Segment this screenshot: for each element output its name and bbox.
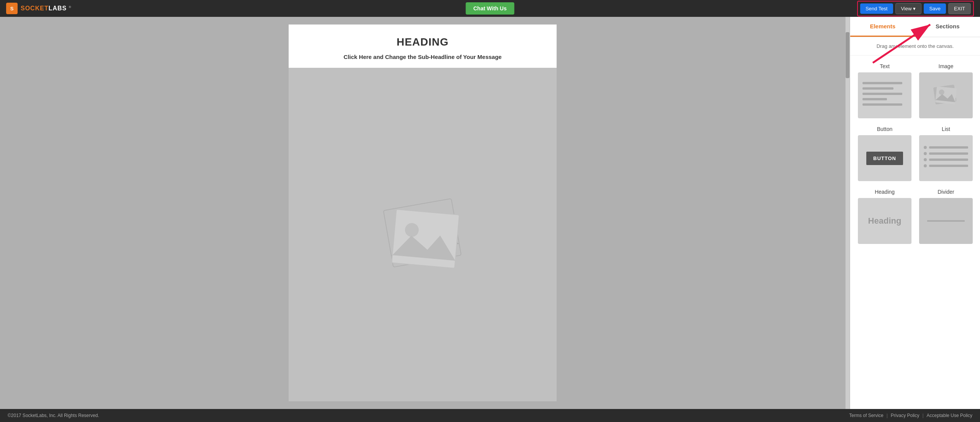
element-preview-list	[919, 135, 973, 181]
sidebar: Elements Sections Drag any element onto …	[850, 17, 980, 409]
element-preview-text	[858, 72, 911, 118]
tab-elements[interactable]: Elements	[850, 17, 915, 37]
canvas-area: HEADING Click Here and Change the Sub-He…	[0, 17, 845, 409]
header-actions: Send Test View ▾ Save EXIT	[857, 1, 974, 16]
element-label-text: Text	[880, 63, 890, 69]
heading-preview-text: Heading	[862, 216, 908, 226]
email-heading[interactable]: HEADING	[304, 36, 541, 48]
email-canvas: HEADING Click Here and Change the Sub-He…	[289, 25, 557, 401]
element-preview-button: BUTTON	[858, 135, 911, 181]
element-preview-divider	[919, 198, 973, 244]
exit-button[interactable]: EXIT	[948, 3, 971, 14]
email-image-section[interactable]	[289, 68, 557, 401]
element-card-heading[interactable]: Heading Heading	[858, 189, 911, 244]
tab-sections[interactable]: Sections	[915, 17, 980, 37]
elements-grid: Text Image	[850, 56, 980, 252]
element-preview-image	[919, 72, 973, 118]
email-white-section: HEADING Click Here and Change the Sub-He…	[289, 25, 557, 68]
element-card-text[interactable]: Text	[858, 63, 911, 118]
button-preview: BUTTON	[866, 152, 903, 165]
element-label-image: Image	[939, 63, 954, 69]
chat-with-us-button[interactable]: Chat With Us	[466, 2, 514, 15]
logo-area: S SocketLabs ®	[6, 3, 72, 14]
footer: ©2017 SocketLabs, Inc. All Rights Reserv…	[0, 409, 980, 422]
terms-link[interactable]: Terms of Service	[849, 413, 883, 418]
view-button[interactable]: View ▾	[895, 3, 922, 14]
acceptable-use-link[interactable]: Acceptable Use Policy	[927, 413, 972, 418]
element-card-list[interactable]: List	[919, 126, 973, 181]
save-button[interactable]: Save	[924, 3, 946, 14]
footer-copyright: ©2017 SocketLabs, Inc. All Rights Reserv…	[8, 413, 99, 418]
logo-text: SocketLabs ®	[21, 5, 72, 12]
element-label-button: Button	[877, 126, 892, 132]
image-placeholder	[373, 193, 472, 277]
email-subheading[interactable]: Click Here and Change the Sub-Headline o…	[304, 54, 541, 60]
main-area: HEADING Click Here and Change the Sub-He…	[0, 17, 980, 409]
socketlabs-logo-icon: S	[6, 3, 18, 14]
element-label-list: List	[942, 126, 950, 132]
footer-links: Terms of Service | Privacy Policy | Acce…	[849, 413, 972, 418]
image-icon	[919, 72, 973, 118]
svg-text:S: S	[10, 6, 14, 11]
send-test-button[interactable]: Send Test	[860, 3, 893, 14]
sidebar-hint: Drag any element onto the canvas.	[850, 37, 980, 56]
element-card-button[interactable]: Button BUTTON	[858, 126, 911, 181]
element-label-heading: Heading	[875, 189, 895, 195]
element-card-image[interactable]: Image	[919, 63, 973, 118]
element-card-divider[interactable]: Divider	[919, 189, 973, 244]
privacy-link[interactable]: Privacy Policy	[891, 413, 920, 418]
element-label-divider: Divider	[938, 189, 954, 195]
sidebar-tabs: Elements Sections	[850, 17, 980, 37]
scrollbar[interactable]	[845, 17, 850, 409]
divider-preview	[919, 198, 973, 244]
header: S SocketLabs ® Chat With Us Send Test Vi…	[0, 0, 980, 17]
element-preview-heading: Heading	[858, 198, 911, 244]
chevron-down-icon: ▾	[913, 6, 916, 11]
